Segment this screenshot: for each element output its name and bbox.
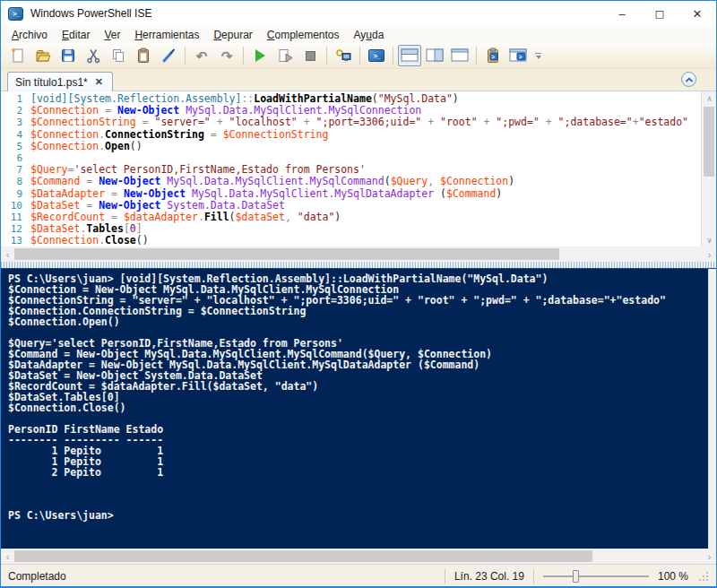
scroll-right-arrow-icon[interactable]: › [703,549,716,564]
tab-close-icon[interactable]: ✕ [95,76,103,88]
resize-grip[interactable] [697,570,709,582]
line-number: 8 [1,176,22,187]
line-number: 1 [1,93,22,105]
tab-script-file[interactable]: Sin título1.ps1* ✕ [7,72,113,91]
run-script-button[interactable] [248,45,272,66]
show-script-pane-top-button[interactable] [398,45,421,66]
tab-label: Sin título1.ps1* [15,76,88,89]
console-line [8,489,705,499]
clear-console-button[interactable] [157,45,180,66]
console-horizontal-scrollbar[interactable]: ‹ › [1,549,716,564]
statusbar-separator [533,569,534,584]
zoom-slider-track[interactable] [543,575,649,577]
console-vertical-scrollbar[interactable] [708,269,716,549]
status-bar: Completado Lín. 23 Col. 19 100 % [1,564,716,587]
cut-scissors-icon [85,48,101,64]
line-number: 5 [1,141,22,152]
toolbar-separator [185,47,186,65]
line-number: 4 [1,129,22,141]
powershell-ise-app-icon: >_ [8,7,23,21]
editor-horizontal-scrollbar[interactable]: ‹ › [1,246,716,262]
overflow-icon [535,53,541,54]
tab-strip: Sin título1.ps1* ✕ [1,69,716,91]
line-number: 12 [1,223,22,235]
statusbar-separator [445,569,445,584]
code-line[interactable]: 5$Connection.Open() [1,141,701,152]
minimize-button[interactable]: – [603,1,641,26]
scroll-up-arrow-icon[interactable]: ∧ [702,91,716,105]
menu-herramientas[interactable]: Herramientas [127,28,206,42]
menu-editar[interactable]: Editar [55,28,97,42]
addon-window-icon: > [509,48,527,63]
scroll-left-arrow-icon[interactable]: ‹ [1,246,14,262]
powershell-ise-window: >_ Windows PowerShell ISE – ◻ ✕ ArchivoE… [0,0,717,588]
code-line[interactable]: 13$Connection.Close() [1,235,701,246]
console-line: 2 Pepito 1 [8,467,705,478]
redo-button[interactable]: ↷ [215,45,238,66]
zoom-slider-thumb[interactable] [573,570,579,583]
toolbar-overflow-button[interactable] [535,53,541,59]
line-number: 2 [1,105,22,117]
status-right-cluster: Lín. 23 Col. 19 100 % [445,569,709,584]
menu-complementos[interactable]: Complementos [260,28,347,42]
editor-vscroll-thumb[interactable] [704,107,714,177]
console-pane[interactable]: PS C:\Users\juan> [void][System.Reflecti… [1,268,716,549]
undo-icon: ↶ [196,49,208,63]
line-number: 11 [1,212,22,223]
show-script-pane-right-button[interactable] [423,45,446,66]
window-title: Windows PowerShell ISE [30,7,151,20]
chevron-down-icon [536,56,541,59]
paste-clipboard-icon [135,48,151,64]
toolbar-separator [359,47,360,65]
menu-ayuda[interactable]: Ayuda [347,28,392,42]
addon-command-window-button[interactable]: > [506,45,530,66]
menu-ver[interactable]: Ver [97,28,127,42]
run-selection-button[interactable] [273,45,297,66]
show-script-pane-maximized-button[interactable] [448,45,471,66]
start-powershell-button[interactable]: >_ [365,45,388,66]
new-script-icon [10,48,26,64]
addon-command-clipboard-button[interactable]: > [481,45,505,66]
menu-archivo[interactable]: Archivo [4,28,55,42]
scroll-down-arrow-icon[interactable]: ∨ [702,233,716,246]
scroll-right-arrow-icon[interactable]: › [703,246,716,262]
editor-hscroll-thumb[interactable] [14,248,559,260]
addon-clipboard-icon: > [485,48,501,64]
save-script-button[interactable] [56,45,80,66]
editor-vertical-scrollbar[interactable]: ∧ ∨ [701,91,716,246]
line-number: 13 [1,235,22,246]
svg-text:>: > [491,54,495,60]
open-script-button[interactable] [31,45,55,66]
close-button[interactable]: ✕ [678,1,716,26]
menu-depurar[interactable]: Depurar [206,28,259,42]
line-number: 7 [1,164,22,176]
scroll-left-arrow-icon[interactable]: ‹ [1,549,14,564]
zoom-level: 100 % [658,570,688,583]
layout-split-top-icon [401,48,419,63]
open-folder-icon [35,48,51,64]
pane-splitter[interactable] [1,262,716,268]
run-selection-icon [277,48,293,64]
console-output[interactable]: PS C:\Users\juan> [void][System.Reflecti… [8,273,705,549]
layout-maximized-icon [451,48,469,63]
paste-button[interactable] [132,45,155,66]
maximize-button[interactable]: ◻ [641,1,678,26]
new-remote-powershell-tab-button[interactable] [332,45,355,66]
cut-button[interactable] [82,45,105,66]
svg-text:>: > [519,54,523,60]
layout-split-right-icon [426,48,444,63]
line-number: 3 [1,117,22,128]
copy-icon [110,48,126,64]
script-editor-pane[interactable]: 1[void][System.Reflection.Assembly]::Loa… [1,91,716,246]
chevron-up-icon [685,76,694,83]
zoom-slider[interactable] [543,570,649,583]
editor-code[interactable]: 1[void][System.Reflection.Assembly]::Loa… [1,93,701,246]
undo-button[interactable]: ↶ [190,45,213,66]
save-floppy-icon [60,48,76,64]
console-hscroll-thumb[interactable] [14,550,592,562]
collapse-script-pane-button[interactable] [681,72,696,87]
new-script-button[interactable] [6,45,30,66]
copy-button[interactable] [107,45,130,66]
stop-operation-button[interactable] [298,45,322,66]
redo-icon: ↷ [221,49,233,63]
